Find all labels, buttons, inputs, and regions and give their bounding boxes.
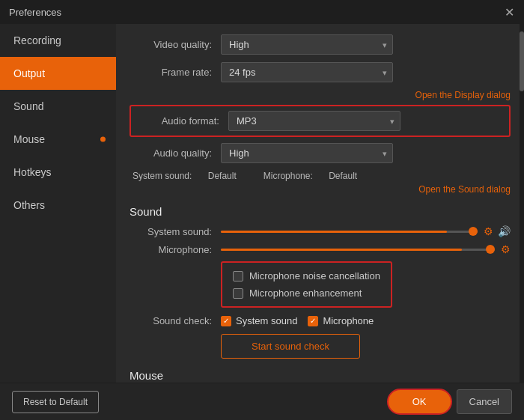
sidebar: Recording Output Sound Mouse Hotkeys Oth… xyxy=(0,24,116,383)
sound-section-heading: Sound xyxy=(130,205,511,218)
microphone-slider-icons: ⚙ xyxy=(501,243,511,255)
mouse-section-heading: Mouse xyxy=(130,369,511,382)
frame-rate-select-wrapper: 24 fps 30 fps 60 fps ▾ xyxy=(221,62,393,82)
system-sound-check-item: ✓ System sound xyxy=(221,315,297,326)
microphone-slider-container: ⚙ xyxy=(221,243,511,255)
open-sound-dialog-link[interactable]: Open the Sound dialog xyxy=(130,184,511,195)
start-sound-check-button[interactable]: Start sound check xyxy=(221,334,360,359)
audio-format-select[interactable]: MP3 AAC WAV xyxy=(228,111,400,131)
volume-icon[interactable]: 🔊 xyxy=(498,225,511,237)
sidebar-item-mouse[interactable]: Mouse xyxy=(0,123,116,156)
sidebar-item-output[interactable]: Output xyxy=(0,57,116,90)
system-sound-slider-container: ⚙ 🔊 xyxy=(221,225,511,237)
video-quality-select[interactable]: High Medium Low xyxy=(221,34,393,55)
microphone-slider-row: Microphone: ⚙ xyxy=(130,243,511,255)
defaults-row: System sound: Default Microphone: Defaul… xyxy=(130,171,511,181)
sidebar-item-label: Recording xyxy=(13,34,61,46)
content-area: Recording Output Sound Mouse Hotkeys Oth… xyxy=(0,24,524,383)
sidebar-item-label: Others xyxy=(13,199,45,211)
noise-cancellation-label: Microphone noise cancellation xyxy=(249,270,380,281)
close-button[interactable]: ✕ xyxy=(503,6,515,18)
sidebar-item-sound[interactable]: Sound xyxy=(0,90,116,123)
sidebar-item-recording[interactable]: Recording xyxy=(0,24,116,57)
system-sound-slider-fill xyxy=(221,231,447,233)
scrollbar-thumb[interactable] xyxy=(520,31,524,91)
microphone-check-item: ✓ Microphone xyxy=(308,315,374,326)
open-display-dialog-link[interactable]: Open the Display dialog xyxy=(130,90,511,100)
footer: Reset to Default OK Cancel xyxy=(0,383,524,420)
gear-icon[interactable]: ⚙ xyxy=(484,225,493,237)
enhancement-label: Microphone enhancement xyxy=(249,287,362,299)
sidebar-item-label: Sound xyxy=(13,100,43,112)
audio-format-select-wrapper: MP3 AAC WAV ▾ xyxy=(228,111,400,131)
start-sound-check-row: Start sound check xyxy=(130,334,511,359)
noise-cancellation-checkbox[interactable] xyxy=(233,271,243,281)
system-sound-slider-icons: ⚙ 🔊 xyxy=(484,225,511,237)
cancel-button[interactable]: Cancel xyxy=(457,389,512,414)
frame-rate-label: Frame rate: xyxy=(130,67,212,78)
audio-quality-label: Audio quality: xyxy=(130,147,212,159)
sound-check-label: Sound check: xyxy=(130,315,212,326)
system-sound-slider-track xyxy=(221,231,478,233)
microphone-checkbox[interactable]: ✓ xyxy=(308,316,318,326)
microphone-slider-thumb[interactable] xyxy=(486,245,495,254)
preferences-window: Preferences ✕ Recording Output Sound Mou… xyxy=(0,0,524,420)
microphone-default-label: Microphone: Default xyxy=(263,171,371,181)
system-sound-checkbox[interactable]: ✓ xyxy=(221,316,231,326)
audio-format-row: Audio format: MP3 AAC WAV ▾ xyxy=(137,111,503,131)
video-quality-select-wrapper: High Medium Low ▾ xyxy=(221,34,393,55)
sidebar-item-others[interactable]: Others xyxy=(0,189,116,222)
gear-icon[interactable]: ⚙ xyxy=(501,243,511,255)
microphone-slider-label: Microphone: xyxy=(130,244,212,255)
microphone-slider-track xyxy=(221,249,495,251)
footer-actions: OK Cancel xyxy=(387,389,512,415)
reset-to-default-button[interactable]: Reset to Default xyxy=(12,391,99,413)
audio-quality-select-wrapper: High Medium Low ▾ xyxy=(221,143,393,163)
system-sound-slider-row: System sound: ⚙ 🔊 xyxy=(130,225,511,237)
titlebar: Preferences ✕ xyxy=(0,0,524,24)
window-title: Preferences xyxy=(9,7,61,18)
frame-rate-row: Frame rate: 24 fps 30 fps 60 fps ▾ xyxy=(130,62,511,82)
microphone-check-label: Microphone xyxy=(323,315,374,326)
system-sound-slider-label: System sound: xyxy=(130,226,212,237)
enhancement-checkbox[interactable] xyxy=(233,288,243,299)
sound-check-row: Sound check: ✓ System sound ✓ Microphone xyxy=(130,315,511,326)
sidebar-item-label: Hotkeys xyxy=(13,166,52,178)
sidebar-item-label: Mouse xyxy=(13,133,45,145)
frame-rate-select[interactable]: 24 fps 30 fps 60 fps xyxy=(221,62,393,82)
microphone-slider-fill xyxy=(221,249,462,251)
video-quality-label: Video quality: xyxy=(130,39,212,50)
microphone-options-section: Microphone noise cancellation Microphone… xyxy=(221,261,392,308)
audio-quality-select[interactable]: High Medium Low xyxy=(221,143,393,163)
main-panel: Video quality: High Medium Low ▾ Frame r… xyxy=(116,24,524,383)
system-sound-label: System sound: Default xyxy=(132,171,250,181)
sidebar-item-label: Output xyxy=(13,67,45,79)
audio-quality-row: Audio quality: High Medium Low ▾ xyxy=(130,143,511,163)
noise-cancellation-row[interactable]: Microphone noise cancellation xyxy=(233,270,380,281)
audio-format-section: Audio format: MP3 AAC WAV ▾ xyxy=(130,105,511,137)
video-quality-row: Video quality: High Medium Low ▾ xyxy=(130,34,511,55)
ok-button[interactable]: OK xyxy=(387,389,452,415)
sidebar-item-hotkeys[interactable]: Hotkeys xyxy=(0,156,116,189)
system-sound-check-label: System sound xyxy=(236,315,297,326)
system-sound-slider-thumb[interactable] xyxy=(469,227,478,236)
scrollbar-track xyxy=(520,24,524,383)
enhancement-row[interactable]: Microphone enhancement xyxy=(233,287,380,299)
audio-format-label: Audio format: xyxy=(137,115,219,127)
notification-dot xyxy=(100,137,106,142)
